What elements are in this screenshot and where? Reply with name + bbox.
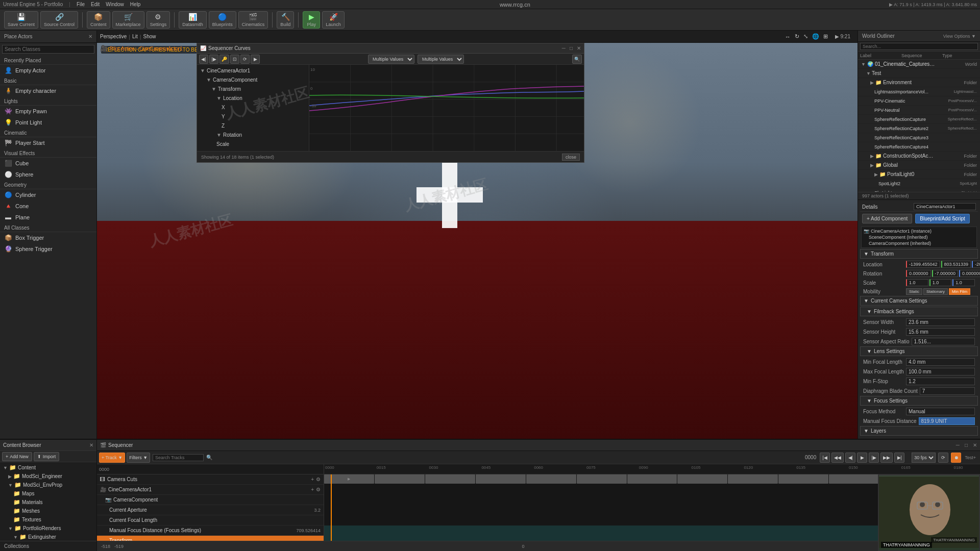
sc-next-key[interactable]: |▶ <box>209 55 218 64</box>
track-focus-dist[interactable]: Manual Focus Distance (Focus Settings) 7… <box>97 525 324 536</box>
seq-maximize[interactable]: □ <box>965 442 968 448</box>
sc-prev-key[interactable]: ◀| <box>199 55 208 64</box>
outliner-ppv-cin[interactable]: PPV-Cinematic PostProcessV... <box>858 96 980 106</box>
transform-section[interactable]: ▼ Transform <box>860 249 978 259</box>
sc-tree-rotation[interactable]: ▼ Rotation <box>198 130 308 139</box>
actor-search-input[interactable] <box>914 203 976 210</box>
cb-textures[interactable]: 📁 Textures <box>1 515 95 524</box>
outliner-sphere-ref-1[interactable]: SphereReflectionCapture SphereReflect... <box>858 115 980 124</box>
rot-z[interactable]: 0.000000 <box>959 270 980 277</box>
cine-add[interactable]: + <box>311 487 314 492</box>
sc-view-select[interactable]: Multiple Values <box>418 55 464 64</box>
seq-first-frame[interactable]: |◀ <box>820 453 830 463</box>
mobility-stationary[interactable]: Stationary <box>923 288 948 295</box>
scene-component-item[interactable]: SceneComponent (Inherited) <box>863 234 975 240</box>
vp-world[interactable]: 🌐 <box>812 33 819 40</box>
place-item-box-trigger[interactable]: 📦 Box Trigger <box>0 232 96 243</box>
cb-modsci-eng[interactable]: ▶ 📁 ModSci_Engineer <box>1 472 95 481</box>
place-item-player-start[interactable]: 🏁 Player Start <box>0 137 96 148</box>
outliner-skylight[interactable]: SkyLight SkyLight <box>858 188 980 192</box>
cb-extinguisher[interactable]: ▼ 📁 Extinguisher <box>1 533 95 541</box>
outliner-search[interactable] <box>860 43 978 50</box>
cb-content[interactable]: ▼ 📁 Content <box>1 463 95 472</box>
sc-tree-camera-comp[interactable]: ▼ CameraComponent <box>198 75 308 84</box>
seq-prev-key2[interactable]: ◀| <box>845 453 855 463</box>
rot-y[interactable]: -7.000000 <box>932 270 959 277</box>
seq-search-input[interactable] <box>153 454 204 461</box>
vp-grid[interactable]: ⊞ <box>823 33 828 40</box>
track-camera-comp[interactable]: 📷 CameraComponent <box>97 495 324 505</box>
sc-tree-location[interactable]: ▼ Location <box>198 93 308 103</box>
seq-curves-minimize[interactable]: ─ <box>562 45 566 51</box>
source-control-button[interactable]: 🔗 Source Control <box>40 11 78 29</box>
camera-cuts-settings[interactable]: ⚙ <box>316 477 321 482</box>
seq-close[interactable]: ✕ <box>973 442 977 448</box>
seq-record[interactable]: ⏺ <box>951 453 961 463</box>
place-item-sphere[interactable]: ⚪ Sphere <box>0 169 96 180</box>
content-button[interactable]: 📦 Content <box>87 11 110 29</box>
cine-settings[interactable]: ⚙ <box>316 487 321 492</box>
place-item-empty-pawn[interactable]: 👾 Empty Pawn <box>0 106 96 117</box>
sc-close-btn[interactable]: close <box>562 154 580 161</box>
mxf-value[interactable]: 100.0 mm <box>906 368 975 375</box>
outliner-construction[interactable]: ▶ 📁 ConstructionSpotAccents Folder <box>858 152 980 161</box>
sc-tree-y[interactable]: Y <box>198 112 308 121</box>
rot-x[interactable]: 0.000000 <box>906 270 931 277</box>
add-component-button[interactable]: + Add Component <box>862 214 912 223</box>
build-button[interactable]: 🔨 Build <box>277 11 294 29</box>
blueprints-button[interactable]: 🔵 Blueprints <box>209 11 236 29</box>
seq-curves-maximize[interactable]: □ <box>570 45 573 51</box>
outliner-lightmass[interactable]: LightmassImportanceVol... LightmassI... <box>858 87 980 96</box>
outliner-spotlight2[interactable]: SpotLight2 SpotLight <box>858 179 980 188</box>
seq-next-key2[interactable]: |▶ <box>869 453 879 463</box>
lens-section[interactable]: ▼ Lens Settings <box>860 346 978 356</box>
mfd-value[interactable]: 819.9 UNIT <box>919 417 975 425</box>
seq-curves-close[interactable]: ✕ <box>577 45 581 51</box>
seq-play2[interactable]: ▶ <box>857 453 867 463</box>
mfs-value[interactable]: 1.2 <box>906 378 975 385</box>
sw-value[interactable]: 23.6 mm <box>906 318 975 326</box>
menu-file[interactable]: File <box>77 2 85 7</box>
instance-item[interactable]: 📷 CineCameraActor1 (Instance) <box>863 228 975 234</box>
place-item-cube[interactable]: ⬛ Cube <box>0 158 96 169</box>
outliner-sphere-ref-3[interactable]: SphereReflectionCapture3 <box>858 133 980 142</box>
loc-y[interactable]: 803.531339 <box>941 261 971 268</box>
sc-frame[interactable]: ⊡ <box>230 55 239 64</box>
place-item-sphere-trigger[interactable]: 🔮 Sphere Trigger <box>0 243 96 255</box>
mobility-mobile[interactable]: Min Film <box>949 288 970 295</box>
loc-x[interactable]: -1399.455042 <box>906 261 940 268</box>
place-item-empty-actor[interactable]: 👤 Empty Actor <box>0 65 96 76</box>
cb-close[interactable]: ✕ <box>89 442 93 448</box>
datasmith-button[interactable]: 📊 Datasmith <box>179 11 207 29</box>
cb-add-new[interactable]: + Add New <box>2 452 32 461</box>
sc-tree-x[interactable]: X <box>198 103 308 112</box>
save-button[interactable]: 💾 Save Current <box>4 11 38 29</box>
vp-mode-lit[interactable]: Lit <box>132 34 138 39</box>
vp-mode-perspective[interactable]: Perspective <box>100 34 127 39</box>
scale-y[interactable]: 1.0 <box>929 279 952 286</box>
viewport[interactable]: Perspective | Lit | Show ↔ ↻ ⤡ 🌐 ⊞ ▶ 9:2… <box>97 31 857 439</box>
outliner-ppv-neutral[interactable]: PPV-Neutral PostProcessV... <box>858 106 980 115</box>
place-item-plane[interactable]: ▬ Plane <box>0 212 96 223</box>
sc-tree-transform[interactable]: ▼ Transform <box>198 84 308 93</box>
seq-last-frame[interactable]: ▶| <box>894 453 904 463</box>
blueprint-button[interactable]: Blueprint/Add Script <box>915 214 969 223</box>
vp-rotate[interactable]: ↻ <box>795 33 799 40</box>
seq-next-frame[interactable]: ▶▶ <box>880 453 893 463</box>
seq-search-icon[interactable]: 🔍 <box>206 455 212 460</box>
scale-z[interactable]: 1.0 <box>952 279 975 286</box>
outliner-global-1[interactable]: ▶ 📁 Global Folder <box>858 161 980 170</box>
sh-value[interactable]: 15.6 mm <box>906 328 975 336</box>
track-cinecamera[interactable]: 🎥 CineCameraActor1 + ⚙ <box>97 485 324 495</box>
outliner-sphere-ref-4[interactable]: SphereReflectionCapture4 <box>858 142 980 152</box>
scale-x[interactable]: 1.0 <box>906 279 928 286</box>
sc-tree-z[interactable]: Z <box>198 121 308 130</box>
place-item-point-light[interactable]: 💡 Point Light <box>0 117 96 128</box>
place-item-cylinder[interactable]: 🔵 Cylinder <box>0 189 96 201</box>
cb-meshes[interactable]: 📁 Meshes <box>1 507 95 515</box>
place-item-empty-character[interactable]: 🧍 Empty character <box>0 85 96 96</box>
seq-playhead[interactable] <box>331 474 332 541</box>
track-aperture[interactable]: Current Aperture 3.2 <box>97 505 324 515</box>
play-button[interactable]: ▶ Play <box>303 11 320 29</box>
cinematics-button[interactable]: 🎬 Cinematics <box>238 11 268 29</box>
